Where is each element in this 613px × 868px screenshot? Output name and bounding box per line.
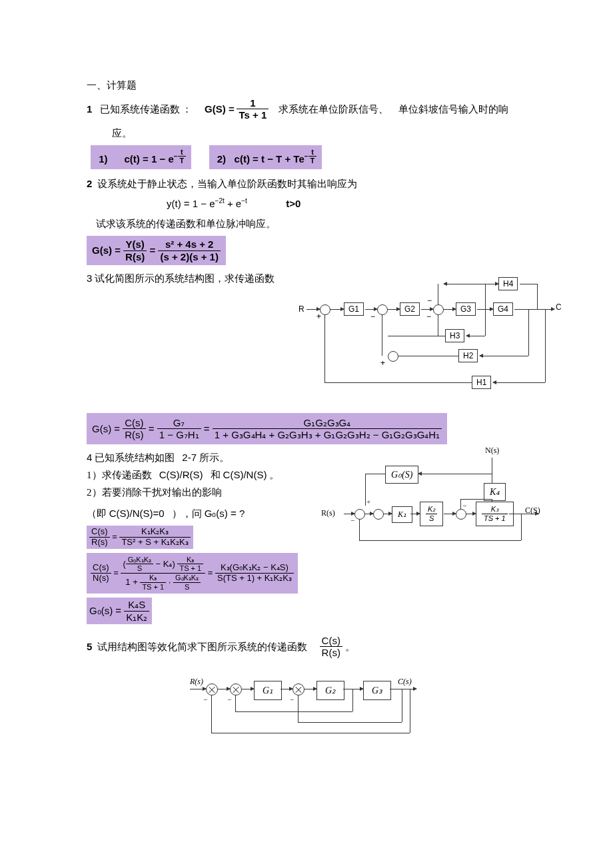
q5-line: 5 试用结构图等效化简求下图所示系统的传递函数 C(s)R(s) 。	[87, 635, 526, 659]
q1-text-after-1: 求系统在单位阶跃信号、	[279, 104, 388, 115]
q2-line3: 试求该系统的传递函数和单位脉冲响应。	[96, 216, 526, 232]
q4-line3: 2）若要消除干扰对输出的影响	[87, 484, 313, 500]
q1-tf: 1 Ts + 1	[237, 97, 269, 121]
q4-line4: （即 C(S)/N(S)=0 ），问 G₀(s) = ?	[87, 504, 313, 522]
q4-ans1: C(s)R(s) = K₁K₂K₃TS² + S + K₁K₂K₃	[87, 526, 313, 549]
q1-tf-lhs: G(S) =	[205, 103, 235, 115]
q1-ans2: 2) c(t) = t − T + Te−tT	[209, 145, 322, 170]
page: 一、计算题 1 已知系统传递函数 ： G(S) = 1 Ts + 1 求系统在单…	[0, 0, 613, 868]
q2-line1: 2 设系统处于静止状态，当输入单位阶跃函数时其输出响应为	[87, 176, 526, 192]
q2-number: 2	[87, 178, 92, 189]
q4-ans3: G₀(s) = K₄SK₁K₂	[87, 598, 313, 624]
q3-block-diagram: R G1 − G2 − − G3 G4 C H4	[299, 269, 526, 409]
q4-block-diagram: N(s) G₀(S) K₄ R(s) + K₁ K₂S −	[325, 448, 526, 562]
q1-line2: 应。	[112, 125, 526, 141]
section-title: 一、计算题	[87, 77, 526, 93]
q1-text-before: 已知系统传递函数 ：	[100, 104, 193, 115]
q4-row: 4 已知系统结构如图 2-7 所示。 1）求传递函数 C(S)/R(S) 和 C…	[87, 448, 526, 628]
q2-answer: G(s) = Y(s)R(s) = s² + 4s + 2(s + 2)(s +…	[87, 236, 526, 265]
q3-row: 3 试化简图所示的系统结构图，求传递函数 R G1 − G2 − − G3 G4…	[87, 269, 526, 409]
q1-text-after-2: 单位斜坡信号输入时的响	[398, 104, 508, 115]
q1-answers: 1) c(t) = 1 − e−tT 2) c(t) = t − T + Te−…	[91, 145, 526, 170]
q1-ans1: 1) c(t) = 1 − e−tT	[91, 145, 191, 170]
q5-block-diagram: R(s) − G₁ − G₂ G₃ C(s) −	[190, 667, 423, 747]
q1-number: 1	[87, 103, 92, 115]
q4-ans2: C(s)N(s) = (G₀K₁K₂S − K₄) K₃TS + 1 1 + K…	[87, 553, 313, 594]
q1-line1: 1 已知系统传递函数 ： G(S) = 1 Ts + 1 求系统在单位阶跃信号、…	[87, 97, 526, 121]
q2-response: y(t) = 1 − e−2t + e−t t>0	[167, 196, 526, 212]
q3-text: 3 试化简图所示的系统结构图，求传递函数	[87, 270, 287, 286]
q3-answer: G(s) = C(s)R(s) = G₇1 − G₇H₁ = G₁G₂G₃G₄1…	[87, 413, 526, 445]
q4-line2: 1）求传递函数 C(S)/R(S) 和 C(S)/N(S) 。	[87, 467, 313, 483]
q4-line1: 4 已知系统结构如图 2-7 所示。	[87, 450, 313, 466]
